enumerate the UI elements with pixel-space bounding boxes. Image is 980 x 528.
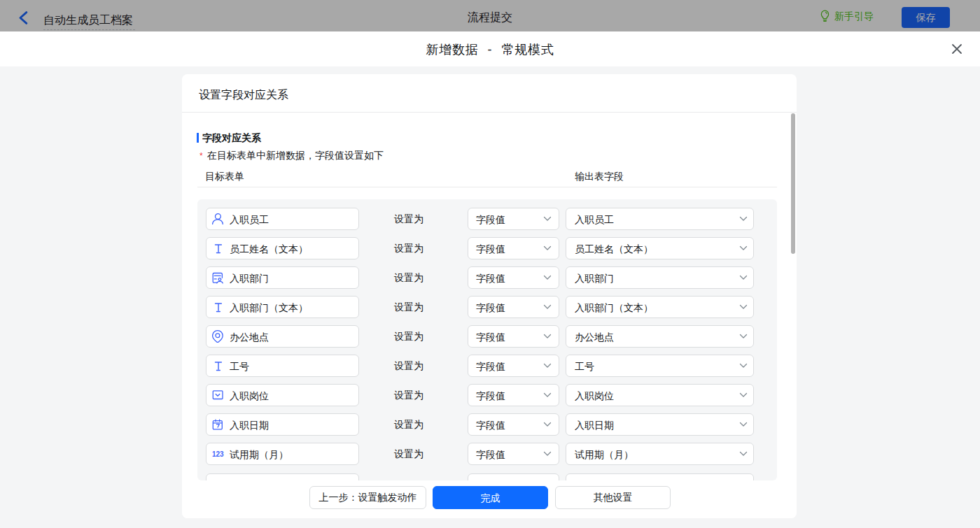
svg-text:123: 123 xyxy=(212,450,224,458)
